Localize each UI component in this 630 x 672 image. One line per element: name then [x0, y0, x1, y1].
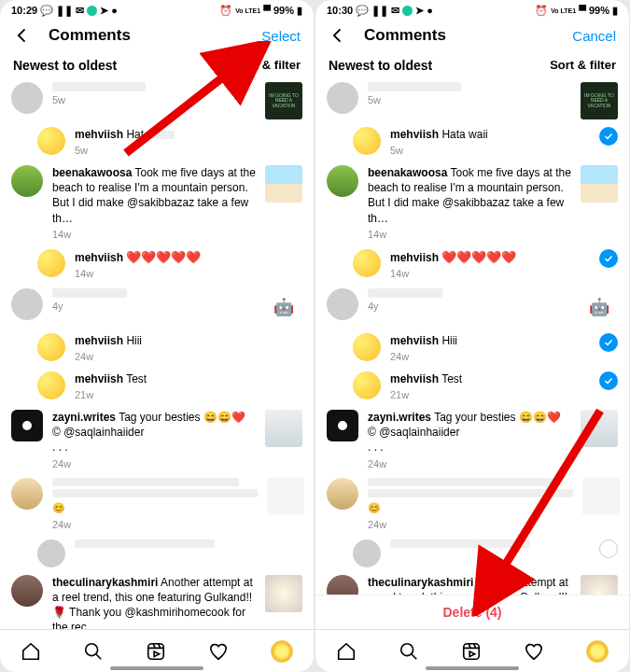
phone-right: 10:30 💬 ❚❚ ✉ ➤ ● ⏰ Vo LTE1 ▀ 99% ▮ Comme… [315, 0, 629, 672]
time-ago: 14w [368, 228, 571, 242]
circle-icon [87, 6, 97, 16]
post-thumbnail[interactable]: 🤖 [581, 288, 618, 326]
gesture-bar [426, 666, 519, 670]
avatar [37, 249, 65, 277]
sort-filter-button[interactable]: Sort & filter [550, 58, 616, 73]
time-ago: 21w [390, 388, 584, 402]
ellipsis-text: . . . [52, 441, 68, 454]
checkbox-unselected-icon[interactable] [599, 539, 618, 558]
post-thumbnail[interactable] [265, 410, 302, 447]
comment-text: Tag your besties 😄😄❤️ [434, 411, 561, 424]
subheader: Newest to oldest Sort & filter [315, 54, 629, 82]
comment-reply[interactable] [37, 539, 302, 567]
comment-list: 5w IM GOING TO NEED A VACATION mehviish … [315, 82, 629, 595]
username[interactable]: mehviish [75, 334, 123, 347]
comment-reply[interactable]: mehviish ❤️❤️❤️❤️❤️14w [353, 249, 618, 281]
back-icon[interactable] [13, 26, 32, 45]
comment-item[interactable]: zayni.writes Tag your besties 😄😄❤️© @saq… [327, 410, 618, 470]
username[interactable]: theculinarykashmiri [368, 576, 473, 589]
comment-item[interactable]: 4y 🤖 [11, 288, 302, 326]
post-thumbnail[interactable]: 🤖 [265, 288, 302, 326]
back-icon[interactable] [329, 26, 347, 45]
checkmark-selected-icon[interactable] [599, 249, 618, 268]
avatar [11, 288, 43, 320]
comment-reply[interactable] [353, 539, 618, 567]
reels-icon[interactable] [146, 641, 166, 662]
post-thumbnail[interactable]: IM GOING TO NEED A VACATION [265, 82, 302, 119]
comment-item[interactable]: theculinarykashmiri Another attempt at a… [327, 575, 618, 595]
checkmark-selected-icon[interactable] [599, 371, 618, 390]
post-thumbnail[interactable] [267, 478, 304, 515]
delete-button[interactable]: Delete (4) [315, 595, 629, 629]
subheader: Newest to oldest Sort & filter [0, 54, 314, 82]
comment-reply[interactable]: mehviish Hata waii5w [353, 127, 618, 158]
messenger-icon: ● [111, 5, 118, 16]
home-icon[interactable] [21, 641, 41, 662]
comment-reply[interactable]: mehviish Hat 5w [37, 127, 302, 158]
comment-item[interactable]: 😊 24w [11, 478, 302, 531]
comment-item[interactable]: 5w IM GOING TO NEED A VACATION [11, 82, 302, 119]
signal-icon: ▀ [263, 5, 271, 16]
comment-item[interactable]: beenakawoosa Took me five days at the be… [327, 165, 618, 242]
comment-text: Test [441, 372, 462, 385]
avatar [37, 539, 65, 567]
post-thumbnail[interactable] [581, 575, 618, 595]
comment-reply[interactable]: mehviish Hiii24w [353, 333, 618, 364]
time-ago: 14w [75, 267, 302, 281]
post-thumbnail[interactable] [582, 478, 620, 515]
profile-avatar-icon[interactable] [586, 640, 609, 663]
comment-reply[interactable]: mehviish Test21w [353, 371, 618, 402]
heart-icon[interactable] [208, 641, 229, 662]
search-icon[interactable] [83, 641, 104, 662]
post-thumbnail[interactable]: IM GOING TO NEED A VACATION [581, 82, 618, 119]
comment-item[interactable]: zayni.writes Tag your besties 😄😄❤️ © @sa… [11, 410, 302, 470]
comment-item[interactable]: 4y 🤖 [327, 288, 618, 326]
checkmark-selected-icon[interactable] [599, 127, 618, 146]
circle-icon [402, 6, 413, 16]
checkmark-selected-icon[interactable] [599, 333, 618, 352]
username[interactable]: mehviish [390, 251, 439, 264]
username[interactable]: mehviish [75, 128, 123, 141]
username[interactable]: mehviish [390, 372, 439, 385]
sort-filter-button[interactable]: Sort & filter [234, 58, 301, 73]
avatar [37, 371, 65, 399]
alarm-icon: ⏰ [219, 5, 232, 17]
comment-reply[interactable]: mehviish Hiii24w [37, 333, 302, 364]
time-ago: 14w [390, 267, 584, 281]
comment-reply[interactable]: mehviish Test21w [37, 371, 302, 402]
blurred-text [52, 489, 258, 497]
time-ago: 24w [75, 350, 302, 364]
page-title: Comments [49, 26, 261, 45]
post-thumbnail[interactable] [581, 410, 618, 447]
username[interactable]: beenakawoosa [368, 166, 447, 179]
heart-icon[interactable] [524, 641, 544, 662]
cancel-button[interactable]: Cancel [572, 28, 616, 44]
post-thumbnail[interactable] [265, 165, 302, 203]
reels-icon[interactable] [461, 641, 482, 662]
username[interactable]: mehviish [390, 334, 439, 347]
username[interactable]: beenakawoosa [52, 166, 132, 179]
blurred-text [368, 82, 461, 91]
username[interactable]: theculinarykashmiri [52, 576, 158, 589]
sort-order-label: Newest to oldest [13, 58, 117, 73]
username[interactable]: zayni.writes [52, 411, 116, 424]
profile-avatar-icon[interactable] [271, 640, 293, 663]
username[interactable]: mehviish [390, 128, 439, 141]
comment-item[interactable]: 😊 24w [327, 478, 618, 531]
search-icon[interactable] [399, 641, 419, 662]
post-thumbnail[interactable] [265, 575, 302, 612]
post-thumbnail[interactable] [581, 165, 618, 203]
select-button[interactable]: Select [261, 28, 301, 44]
username[interactable]: mehviish [75, 372, 123, 385]
comment-item[interactable]: beenakawoosa Took me five days at the be… [11, 165, 302, 242]
home-icon[interactable] [336, 641, 357, 662]
comment-item[interactable]: theculinarykashmiri Another attempt at a… [11, 575, 302, 629]
hearts-icon: ❤️❤️❤️❤️❤️ [441, 250, 516, 264]
avatar [11, 410, 43, 441]
comment-reply[interactable]: mehviish ❤️❤️❤️❤️❤️ 14w [37, 249, 302, 281]
comment-item[interactable]: 5w IM GOING TO NEED A VACATION [327, 82, 618, 119]
username[interactable]: zayni.writes [368, 411, 431, 424]
username[interactable]: mehviish [75, 251, 123, 264]
avatar [327, 575, 358, 595]
battery-icon: ▮ [297, 5, 302, 17]
